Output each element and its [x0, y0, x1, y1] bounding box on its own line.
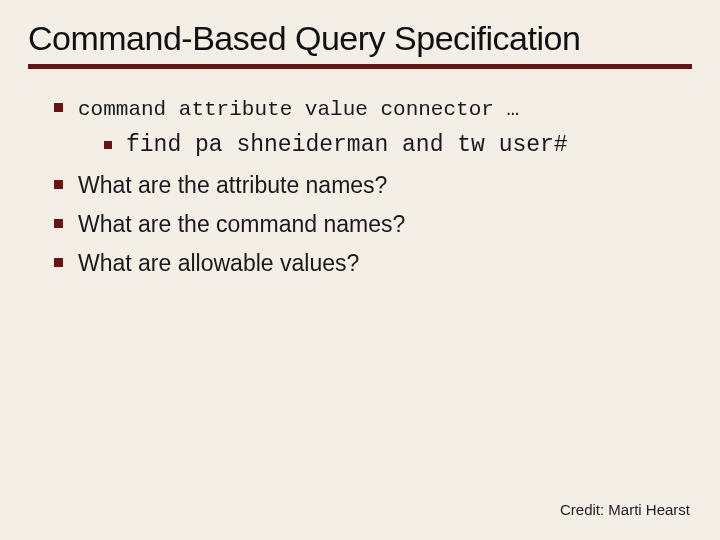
bullet-item: What are allowable values? [48, 248, 692, 279]
credit-line: Credit: Marti Hearst [560, 501, 690, 518]
slide: Command-Based Query Specification comman… [0, 0, 720, 540]
bullet-item: What are the command names? [48, 209, 692, 240]
bullet-text: command attribute value connector … [78, 98, 519, 121]
title-underline [28, 64, 692, 69]
sub-bullet-list: find pa shneiderman and tw user# [78, 130, 692, 161]
bullet-text: What are the attribute names? [78, 172, 387, 198]
bullet-item: What are the attribute names? [48, 170, 692, 201]
bullet-text: What are allowable values? [78, 250, 359, 276]
content-area: command attribute value connector … find… [28, 93, 692, 279]
sub-bullet-item: find pa shneiderman and tw user# [100, 130, 692, 161]
bullet-text: What are the command names? [78, 211, 405, 237]
slide-title: Command-Based Query Specification [28, 18, 692, 58]
bullet-item: command attribute value connector … find… [48, 93, 692, 161]
sub-bullet-text: find pa shneiderman and tw user# [126, 132, 568, 158]
bullet-list: command attribute value connector … find… [48, 93, 692, 279]
